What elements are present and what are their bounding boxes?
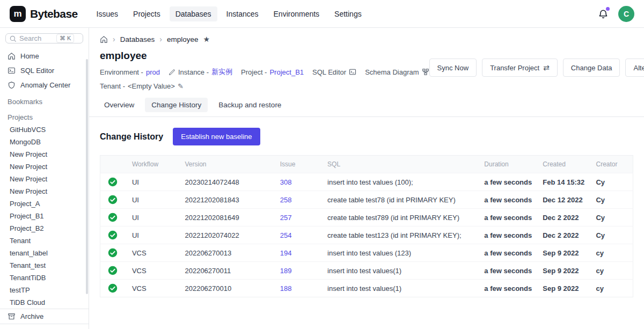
- chevron-right-icon: ›: [159, 35, 162, 43]
- column-header: Created: [537, 156, 590, 173]
- sidebar-item-enterprise-plan[interactable]: Enterprise Plan: [0, 324, 89, 329]
- search-input[interactable]: [19, 34, 54, 42]
- success-check-icon: [108, 213, 121, 222]
- sync-now-button[interactable]: Sync Now: [429, 59, 477, 77]
- success-check-icon: [108, 195, 121, 204]
- transfer-project-button[interactable]: Transfer Project ⇄: [482, 59, 558, 77]
- environment-label: Environment -: [100, 68, 143, 76]
- sidebar-bottom: Archive Enterprise Plan: [0, 309, 89, 329]
- tab-overview[interactable]: Overview: [98, 98, 141, 112]
- sql-editor-shortcut[interactable]: SQL Editor: [312, 68, 356, 76]
- created-cell: Dec 12 2022: [537, 191, 590, 209]
- tab-backup-restore[interactable]: Backup and restore: [212, 98, 288, 112]
- top-nav-item[interactable]: Instances: [221, 6, 265, 21]
- issue-link[interactable]: 257: [280, 214, 292, 222]
- schema-diagram-icon: [422, 68, 429, 76]
- sql-cell: create table test78 (id int PRIMARY KEY): [322, 191, 479, 209]
- edit-pencil-icon[interactable]: ✎: [178, 82, 184, 90]
- issue-link[interactable]: 258: [280, 196, 292, 204]
- sidebar-item-anomaly-center[interactable]: Anomaly Center: [0, 78, 89, 92]
- breadcrumb-home-icon[interactable]: [100, 35, 108, 43]
- issue-link[interactable]: 188: [280, 284, 292, 293]
- home-icon: [8, 52, 16, 60]
- top-nav-item[interactable]: Environments: [268, 6, 326, 21]
- top-nav-item[interactable]: Databases: [170, 6, 217, 21]
- created-cell: Dec 2 2022: [537, 209, 590, 226]
- bookmark-star-icon[interactable]: ★: [203, 35, 210, 43]
- top-nav-item[interactable]: Projects: [127, 6, 166, 21]
- created-cell: Sep 9 2022: [537, 262, 590, 280]
- table-row[interactable]: UI 20221202081843 258 create table test7…: [100, 191, 633, 209]
- breadcrumb-databases[interactable]: Databases: [120, 35, 155, 43]
- sync-now-label: Sync Now: [437, 64, 469, 72]
- issue-link[interactable]: 254: [280, 231, 292, 239]
- sidebar-project-item[interactable]: New Project: [0, 160, 89, 173]
- table-row[interactable]: VCS 202206270010 188 insert into test va…: [100, 280, 633, 297]
- sidebar-item-sql-editor[interactable]: SQL Editor: [0, 63, 89, 78]
- sidebar-project-item[interactable]: Tenant: [0, 235, 89, 247]
- issue-link[interactable]: 194: [280, 249, 292, 257]
- sidebar-project-item[interactable]: Project_B1: [0, 210, 89, 222]
- sidebar-project-item[interactable]: Tenant_test: [0, 259, 89, 272]
- issue-link[interactable]: 308: [280, 178, 292, 186]
- bytebase-logo-icon: m: [10, 6, 26, 22]
- version-cell: 202206270011: [179, 262, 274, 280]
- column-header: Issue: [275, 156, 322, 173]
- sidebar-item-archive[interactable]: Archive: [0, 309, 89, 324]
- sidebar-project-item[interactable]: New Project: [0, 173, 89, 185]
- sql-cell: insert into test values (123): [322, 244, 479, 262]
- change-data-button[interactable]: Change Data: [563, 59, 620, 77]
- workflow-cell: VCS: [127, 262, 180, 280]
- created-cell: Sep 9 2022: [537, 280, 590, 297]
- instance-meta: Instance - 新实例: [169, 67, 232, 77]
- establish-baseline-button[interactable]: Establish new baseline: [173, 128, 260, 145]
- sidebar-project-item[interactable]: New Project: [0, 185, 89, 198]
- issue-cell: 188: [275, 280, 322, 297]
- table-row[interactable]: UI 20221202081649 257 create table test7…: [100, 209, 633, 226]
- alter-schema-button[interactable]: Alter Schema: [625, 59, 644, 77]
- sidebar-project-item[interactable]: Project_A: [0, 198, 89, 210]
- version-cell: 20221202081843: [179, 191, 274, 209]
- tenant-label: Tenant -: [100, 82, 125, 90]
- table-row[interactable]: VCS 202206270011 189 insert into test va…: [100, 262, 633, 280]
- sidebar-item-label: Anomaly Center: [20, 81, 70, 89]
- sidebar-project-item[interactable]: TenantTiDB: [0, 272, 89, 284]
- sidebar-project-item[interactable]: testTP: [0, 284, 89, 296]
- sidebar-scrollbar[interactable]: [86, 59, 88, 294]
- sidebar-project-item[interactable]: New Project: [0, 148, 89, 160]
- sidebar-project-item[interactable]: tenant_label: [0, 247, 89, 259]
- table-row[interactable]: VCS 202206270013 194 insert into test va…: [100, 244, 633, 262]
- creator-cell: Cy: [590, 191, 633, 209]
- tab-bar: Overview Change History Backup and resto…: [89, 90, 644, 117]
- issue-link[interactable]: 189: [280, 267, 292, 275]
- breadcrumb: › Databases › employee ★: [89, 28, 644, 47]
- environment-link[interactable]: prod: [146, 68, 160, 76]
- change-history-section: Change History Establish new baseline Wo…: [89, 117, 644, 308]
- top-nav-item[interactable]: Settings: [328, 6, 368, 21]
- search-box[interactable]: ⌘ K: [5, 33, 83, 43]
- tab-change-history[interactable]: Change History: [145, 98, 208, 112]
- success-check-icon: [108, 177, 121, 187]
- instance-link[interactable]: 新实例: [211, 67, 232, 77]
- sidebar-project-item[interactable]: MongoDB: [0, 136, 89, 148]
- user-avatar[interactable]: C: [618, 6, 634, 22]
- breadcrumb-employee[interactable]: employee: [167, 35, 199, 43]
- sidebar-project-item[interactable]: Project_B2: [0, 222, 89, 235]
- bytebase-logo[interactable]: m Bytebase: [10, 6, 78, 22]
- schema-diagram-shortcut[interactable]: Schema Diagram: [365, 68, 429, 76]
- table-row[interactable]: UI 20221202074022 254 create table test1…: [100, 226, 633, 244]
- success-check-icon: [108, 248, 121, 258]
- top-nav-item[interactable]: Issues: [91, 6, 124, 21]
- sidebar-item-home[interactable]: Home: [0, 49, 89, 63]
- notification-bell-icon[interactable]: [598, 9, 609, 19]
- project-link[interactable]: Project_B1: [269, 68, 304, 76]
- sidebar-project-item[interactable]: TiDB Cloud: [0, 296, 89, 309]
- creator-cell: Cy: [590, 226, 633, 244]
- duration-cell: a few seconds: [479, 209, 537, 226]
- sidebar-project-item[interactable]: GitHubVCS: [0, 123, 89, 136]
- sql-editor-label: SQL Editor: [312, 68, 346, 76]
- version-cell: 202206270013: [179, 244, 274, 262]
- project-list: GitHubVCS MongoDB New Project New Projec…: [0, 123, 89, 309]
- sidebar-section-bookmarks: Bookmarks: [0, 92, 89, 108]
- table-row[interactable]: UI 20230214072448 308 insert into test v…: [100, 173, 633, 191]
